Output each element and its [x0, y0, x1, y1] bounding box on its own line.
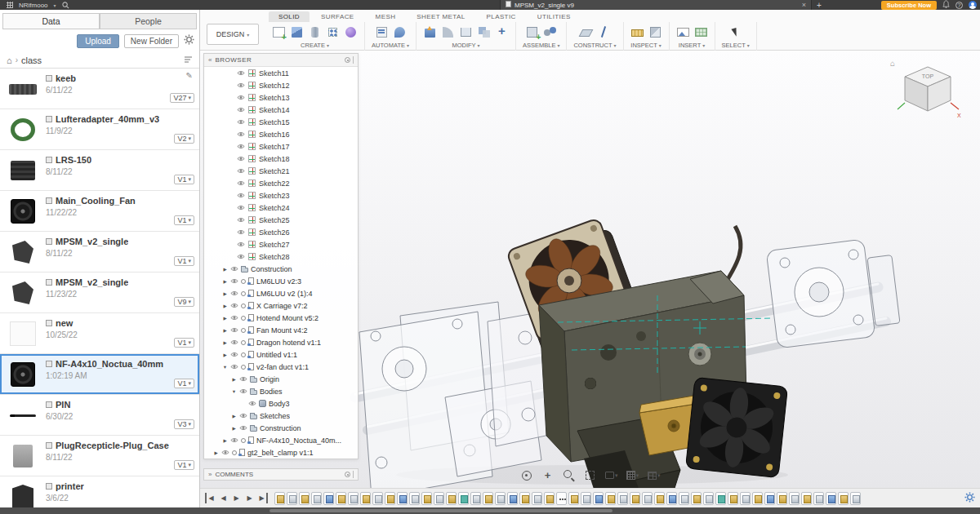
- browser-sketch-row[interactable]: Sketch28: [204, 250, 358, 263]
- ribbon-tool-icon[interactable]: [630, 25, 644, 39]
- ribbon-tool-icon[interactable]: [676, 25, 690, 39]
- ribbon-tool-icon[interactable]: [441, 25, 455, 39]
- nav-tool-icon[interactable]: [520, 469, 533, 481]
- browser-sketch-row[interactable]: Sketch14: [204, 104, 358, 116]
- ribbon-tab[interactable]: MESH: [366, 11, 406, 22]
- visibility-eye-icon[interactable]: [237, 82, 245, 88]
- ribbon-group-dropdown[interactable]: INSPECT: [630, 42, 662, 49]
- timeline-feature-icon[interactable]: [838, 492, 849, 505]
- activate-component-radio[interactable]: [241, 438, 246, 443]
- account-menu-label[interactable]: NRifmooo: [19, 2, 48, 9]
- view-cube[interactable]: ⌂ TOP X: [893, 60, 962, 129]
- timeline-feature-icon[interactable]: [299, 492, 310, 505]
- timeline-feature-icon[interactable]: [593, 492, 604, 505]
- home-icon[interactable]: ⌂: [7, 55, 12, 65]
- timeline-feature-icon[interactable]: [544, 492, 555, 505]
- ribbon-tool-icon[interactable]: [272, 25, 286, 39]
- ribbon-group-dropdown[interactable]: CREATE: [301, 42, 329, 49]
- visibility-eye-icon[interactable]: [237, 229, 245, 235]
- sort-options-icon[interactable]: [184, 55, 193, 65]
- timeline-feature-icon[interactable]: [372, 492, 383, 505]
- collapse-panel-icon[interactable]: «: [208, 56, 212, 64]
- visibility-eye-icon[interactable]: [230, 278, 238, 284]
- data-panel-settings-gear-icon[interactable]: [184, 33, 194, 48]
- ribbon-tool-icon[interactable]: [579, 25, 593, 39]
- visibility-eye-icon[interactable]: [237, 180, 245, 186]
- timeline-feature-icon[interactable]: [740, 492, 751, 505]
- ribbon-tool-icon[interactable]: [728, 25, 742, 39]
- file-list-item[interactable]: MPSM_v2_single 11/23/22 ✎ V9: [0, 273, 199, 313]
- expand-arrow-icon[interactable]: [222, 340, 228, 345]
- timeline-feature-icon[interactable]: [679, 492, 689, 505]
- timeline-feature-icon[interactable]: [581, 492, 591, 505]
- ribbon-tool-icon[interactable]: [694, 25, 708, 39]
- browser-tree-node[interactable]: gt2_belt_clamp v1:1: [204, 446, 358, 459]
- expand-arrow-icon[interactable]: [222, 365, 228, 370]
- browser-sketch-row[interactable]: Sketch15: [204, 116, 358, 128]
- browser-sketch-row[interactable]: Sketch13: [204, 91, 358, 104]
- timeline-feature-icon[interactable]: [764, 492, 775, 505]
- browser-tree-node[interactable]: Origin: [204, 373, 358, 385]
- nav-tool-icon[interactable]: [605, 469, 618, 481]
- visibility-eye-icon[interactable]: [230, 290, 238, 296]
- timeline-feature-icon[interactable]: [630, 492, 640, 505]
- file-list-item[interactable]: Lufteradapter_40mm_v3 11/9/22 ✎ V2: [0, 109, 199, 150]
- timeline-control-button[interactable]: [218, 493, 229, 503]
- timeline-feature-icon[interactable]: [691, 492, 702, 505]
- nav-tool-icon[interactable]: [584, 469, 597, 481]
- file-list-item[interactable]: PlugRecepticle-Plug_Case 8/11/22 ✎ V1: [0, 436, 199, 476]
- ribbon-tool-icon[interactable]: [459, 25, 473, 39]
- expand-arrow-icon[interactable]: [222, 279, 228, 284]
- file-list-item[interactable]: Main_Cooling_Fan 11/22/22 ✎ V1: [0, 191, 199, 232]
- ribbon-tab[interactable]: SURFACE: [311, 11, 364, 22]
- browser-sketch-row[interactable]: Sketch23: [204, 189, 358, 202]
- timeline-feature-icon[interactable]: [397, 492, 408, 505]
- data-panel-tab[interactable]: Data: [2, 13, 100, 29]
- ribbon-tool-icon[interactable]: [423, 25, 437, 39]
- browser-tree-node[interactable]: v2-fan duct v1:1: [204, 361, 358, 373]
- visibility-eye-icon[interactable]: [237, 156, 245, 162]
- visibility-eye-icon[interactable]: [248, 401, 256, 406]
- browser-sketch-row[interactable]: Sketch25: [204, 214, 358, 226]
- visibility-eye-icon[interactable]: [237, 193, 245, 198]
- activate-component-radio[interactable]: [241, 328, 246, 333]
- ribbon-tool-icon[interactable]: [525, 25, 539, 39]
- expand-arrow-icon[interactable]: [222, 438, 228, 443]
- ribbon-group-dropdown[interactable]: ASSEMBLE: [523, 42, 559, 49]
- timeline-control-button[interactable]: [257, 493, 268, 503]
- expand-arrow-icon[interactable]: [222, 267, 228, 272]
- ribbon-tool-icon[interactable]: [495, 25, 509, 39]
- browser-sketch-row[interactable]: Sketch27: [204, 238, 358, 250]
- timeline-feature-icon[interactable]: [507, 492, 518, 505]
- user-avatar[interactable]: [969, 1, 977, 9]
- viewport-canvas[interactable]: « BROWSER Sketch11: [200, 51, 980, 488]
- file-list-item[interactable]: keeb 6/11/22 ✎ V27: [0, 69, 199, 109]
- visibility-eye-icon[interactable]: [230, 364, 238, 370]
- expand-arrow-icon[interactable]: [213, 450, 219, 455]
- timeline-feature-icon[interactable]: [421, 492, 432, 505]
- timeline-feature-icon[interactable]: [311, 492, 322, 505]
- help-icon[interactable]: ?: [956, 2, 963, 9]
- ribbon-group-dropdown[interactable]: SELECT: [722, 42, 750, 49]
- browser-tree-node[interactable]: X Carriage v7:2: [204, 299, 358, 312]
- timeline-settings-gear-icon[interactable]: [964, 491, 975, 506]
- timeline-feature-icon[interactable]: [568, 492, 579, 505]
- browser-sketch-row[interactable]: Sketch11: [204, 67, 358, 79]
- close-tab-icon[interactable]: ×: [802, 1, 806, 9]
- activate-component-radio[interactable]: [241, 340, 246, 345]
- ribbon-tool-icon[interactable]: [290, 25, 304, 39]
- ribbon-tool-icon[interactable]: [375, 25, 389, 39]
- browser-tree-node[interactable]: Construction: [204, 422, 358, 434]
- version-dropdown[interactable]: V1: [174, 175, 194, 184]
- browser-tree-node[interactable]: Body3: [204, 397, 358, 410]
- new-folder-button[interactable]: New Folder: [124, 34, 179, 48]
- ribbon-group-dropdown[interactable]: MODIFY: [452, 42, 479, 49]
- timeline-feature-icon[interactable]: [789, 492, 800, 505]
- timeline-feature-icon[interactable]: [642, 492, 653, 505]
- timeline-feature-icon[interactable]: [532, 492, 542, 505]
- visibility-eye-icon[interactable]: [237, 241, 245, 247]
- breadcrumb-folder[interactable]: class: [21, 55, 42, 65]
- visibility-eye-icon[interactable]: [237, 254, 245, 259]
- panel-options-icon[interactable]: [345, 57, 350, 63]
- upload-button[interactable]: Upload: [77, 34, 119, 48]
